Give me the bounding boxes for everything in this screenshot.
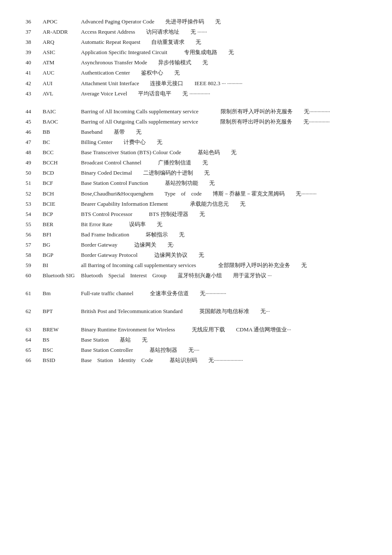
table-row: 50BCDBinary Coded Decimal 二进制编码的十进制 无 [26, 168, 366, 178]
spacer [26, 281, 366, 289]
entry-content: Base Transceiver Station (BTS) Colour Co… [81, 148, 366, 157]
table-row: 48BCCBase Transceiver Station (BTS) Colo… [26, 148, 366, 157]
table-row: 49BCCHBroadcast Control Channel 广播控制信道 无 [26, 158, 366, 167]
entry-number: 66 [26, 356, 43, 365]
entry-number: 48 [26, 148, 43, 157]
entry-abbr: BCP [43, 210, 81, 219]
entry-content: Broadcast Control Channel 广播控制信道 无 [81, 158, 366, 167]
entry-abbr: BSC [43, 345, 81, 355]
table-row: 54BCPBTS Control Processor BTS 控制处理器 无 [26, 210, 366, 219]
table-row: 43AVLAverage Voice Level 平均话音电平 无 ······… [26, 89, 366, 98]
entry-number: 45 [26, 117, 43, 127]
entry-abbr: BREW [43, 325, 81, 334]
table-row: 60Bluetooth SIGBluetooth Special Interes… [26, 271, 366, 280]
entry-number: 37 [26, 27, 43, 37]
entry-abbr: BFI [43, 230, 81, 239]
spacer [26, 317, 366, 325]
entry-content: Bad Frame Indication 坏帧指示 无 [81, 230, 366, 239]
table-row: 40ATMAsynchronous Transfer Mode 异步传输模式 无 [26, 58, 366, 67]
entry-abbr: BAOC [43, 117, 81, 127]
entry-content: Border Gateway Protocol 边缘网关协议 无 [81, 250, 366, 260]
entry-content: Average Voice Level 平均话音电平 无 ···········… [81, 89, 366, 98]
entry-number: 57 [26, 240, 43, 250]
entry-abbr: AR-ADDR [43, 27, 81, 37]
entry-number: 60 [26, 271, 43, 280]
entry-content: Barring of All Incoming Calls supplement… [81, 107, 366, 116]
entry-number: 65 [26, 345, 43, 355]
table-row: 64BSBase Station 基站 无 [26, 335, 366, 345]
table-row: 61BmFull-rate traffic channel 全速率业务信道 无·… [26, 289, 366, 298]
entry-abbr: Bm [43, 289, 81, 298]
table-row: 45BAOCBarring of All Outgoing Calls supp… [26, 117, 366, 127]
entry-abbr: BS [43, 335, 81, 345]
entry-number: 41 [26, 68, 43, 78]
table-row: 62BPTBritish Post and Telecommunication … [26, 307, 366, 316]
entry-number: 64 [26, 335, 43, 345]
entry-abbr: BCC [43, 148, 81, 157]
entry-abbr: BCCH [43, 158, 81, 167]
entry-content: Billing Center 计费中心 无 [81, 138, 366, 147]
entry-abbr: BER [43, 220, 81, 229]
entry-content: Base Station 基站 无 [81, 335, 366, 345]
entry-content: Baseband 基带 无 [81, 127, 366, 137]
entry-content: Binary Runtime Environment for Wireless … [81, 325, 366, 334]
entry-number: 61 [26, 289, 43, 298]
entry-number: 55 [26, 220, 43, 229]
entry-abbr: APOC [43, 17, 81, 26]
entry-content: Advanced Paging Operator Code 先进寻呼操作码 无 [81, 17, 366, 26]
entry-abbr: BGP [43, 250, 81, 260]
table-row: 66BSIDBase Station Identity Code 基站识别码 无… [26, 356, 366, 365]
entry-abbr: BCH [43, 189, 81, 198]
table-row: 37AR-ADDRAccess Request Address 访问请求地址 无… [26, 27, 366, 37]
entry-content: Full-rate traffic channel 全速率业务信道 无·····… [81, 289, 366, 298]
entry-number: 52 [26, 189, 43, 198]
entry-number: 46 [26, 127, 43, 137]
entry-number: 36 [26, 17, 43, 26]
entry-abbr: BAIC [43, 107, 81, 116]
table-row: 65BSCBase Station Controller 基站控制器 无···· [26, 345, 366, 355]
entry-number: 62 [26, 307, 43, 316]
entry-number: 50 [26, 168, 43, 178]
table-row: 51BCFBase Station Control Function 基站控制功… [26, 178, 366, 188]
entry-abbr: BB [43, 127, 81, 137]
spacer [26, 299, 366, 307]
entry-content: Automatic Repeat Request 自动重复请求 无 [81, 37, 366, 47]
table-row: 39ASICApplication Specific Integrated Ci… [26, 48, 366, 57]
entry-content: all Barring of Incoming call supplementa… [81, 261, 366, 270]
entry-abbr: BG [43, 240, 81, 250]
entry-number: 40 [26, 58, 43, 67]
entry-number: 59 [26, 261, 43, 270]
entry-number: 38 [26, 37, 43, 47]
entry-number: 44 [26, 107, 43, 116]
entry-content: Base Station Controller 基站控制器 无···· [81, 345, 366, 355]
table-row: 38ARQAutomatic Repeat Request 自动重复请求 无 [26, 37, 366, 47]
entry-content: Binary Coded Decimal 二进制编码的十进制 无 [81, 168, 366, 178]
entry-number: 47 [26, 138, 43, 147]
entry-number: 42 [26, 79, 43, 88]
table-row: 41AUCAuthentication Center 鉴权中心 无 [26, 68, 366, 78]
entry-content: Base Station Identity Code 基站识别码 无······… [81, 356, 366, 365]
entry-number: 58 [26, 250, 43, 260]
entry-content: Bose,Chaudhuri&Hocquenghem Type of code … [81, 189, 366, 198]
entry-content: Access Request Address 访问请求地址 无 ······· [81, 27, 366, 37]
entry-abbr: ATM [43, 58, 81, 67]
entry-number: 54 [26, 210, 43, 219]
entry-content: Attachment Unit Interface 连接单元接口 IEEE 80… [81, 79, 366, 88]
table-row: 55BERBit Error Rate 误码率 无 [26, 220, 366, 229]
entry-abbr: AUC [43, 68, 81, 78]
table-row: 52BCHBose,Chaudhuri&Hocquenghem Type of … [26, 189, 366, 198]
entry-abbr: ASIC [43, 48, 81, 57]
table-row: 46BBBaseband 基带 无 [26, 127, 366, 137]
entry-abbr: BC [43, 138, 81, 147]
entry-number: 51 [26, 178, 43, 188]
entry-content: Border Gateway 边缘网关 无· [81, 240, 366, 250]
table-row: 36APOCAdvanced Paging Operator Code 先进寻呼… [26, 17, 366, 26]
table-row: 59BIall Barring of Incoming call supplem… [26, 261, 366, 270]
entry-abbr: Bluetooth SIG [43, 271, 81, 280]
table-row: 44BAICBarring of All Incoming Calls supp… [26, 107, 366, 116]
entry-abbr: BCIE [43, 199, 81, 209]
entry-content: Base Station Control Function 基站控制功能 无 [81, 178, 366, 188]
entry-number: 39 [26, 48, 43, 57]
entry-content: Asynchronous Transfer Mode 异步传输模式 无 [81, 58, 366, 67]
entry-abbr: AUI [43, 79, 81, 88]
